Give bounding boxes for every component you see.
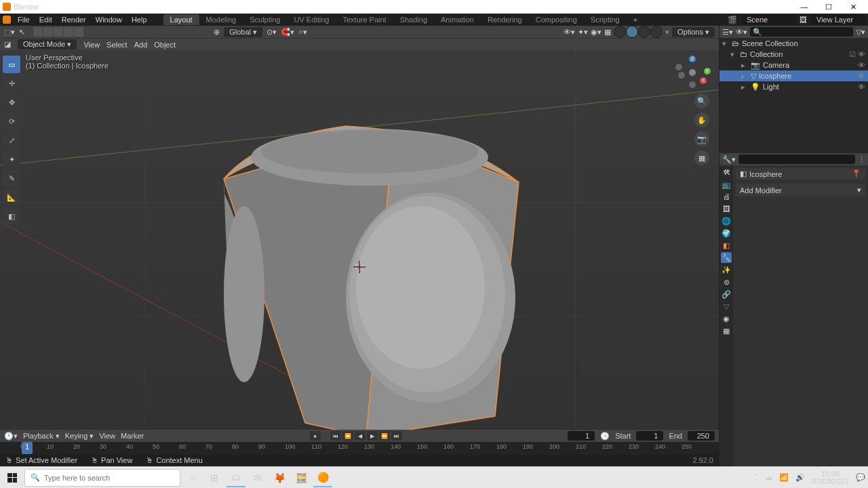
close-button[interactable]: ✕ [841, 3, 865, 12]
pan-icon[interactable]: ✋ [694, 113, 709, 127]
gizmo-x-axis[interactable]: X [700, 77, 707, 84]
jump-end-icon[interactable]: ⏭ [391, 431, 402, 441]
tool-add-cube[interactable]: ◧ [3, 207, 20, 225]
ptab-render[interactable]: 📺 [721, 179, 732, 190]
menu-object[interactable]: Object [154, 41, 176, 49]
ptab-world[interactable]: 🌍 [721, 228, 732, 239]
taskbar-blender-icon[interactable]: 🟠 [313, 468, 332, 487]
snap-element-icon[interactable] [33, 27, 43, 37]
taskbar-calculator-icon[interactable]: 🧮 [292, 468, 311, 487]
menu-help[interactable]: Help [127, 16, 151, 24]
shading-material[interactable] [638, 26, 650, 38]
tray-wifi-icon[interactable]: 📶 [779, 473, 789, 482]
timeline-view-menu[interactable]: View [99, 432, 115, 440]
shading-options[interactable]: ▾ [665, 28, 669, 37]
tab-layout[interactable]: Layout [163, 14, 199, 25]
taskbar-search[interactable]: 🔍 Type here to search [24, 469, 180, 487]
play-icon[interactable]: ▶ [367, 431, 378, 441]
transform-orientation[interactable]: Global ▾ [224, 27, 262, 37]
menu-file[interactable]: File [14, 16, 34, 24]
properties-editor-icon[interactable]: 🔧▾ [722, 155, 736, 164]
outliner-search[interactable]: 🔍 [750, 27, 853, 37]
overlays-icon[interactable]: ◉▾ [591, 28, 601, 37]
tool-rotate[interactable]: ⟳ [3, 113, 20, 130]
ptab-mesh[interactable]: ▽ [721, 301, 732, 312]
xray-icon[interactable]: ▦ [604, 28, 611, 37]
ptab-object[interactable]: ◧ [721, 240, 732, 251]
autokey-icon[interactable]: ● [310, 431, 321, 441]
shading-rendered[interactable] [650, 26, 663, 38]
snap-element-icon[interactable] [54, 27, 63, 37]
interaction-mode[interactable]: Object Mode ▾ [18, 39, 77, 49]
outliner-display-icon[interactable]: 👁▾ [736, 28, 747, 37]
ptab-material[interactable]: ◉ [721, 313, 732, 324]
pivot-icon[interactable]: ⊙▾ [267, 28, 277, 37]
tray-onedrive-icon[interactable]: ☁ [765, 473, 772, 482]
tool-transform[interactable]: ✦ [3, 150, 20, 168]
outliner-item-icosphere[interactable]: ▸▽Icosphere👁 [719, 70, 868, 81]
tab-shading[interactable]: Shading [393, 14, 434, 25]
outliner-editor-icon[interactable]: ☰▾ [722, 28, 733, 37]
properties-options-icon[interactable]: ⋮ [858, 155, 865, 164]
minimize-button[interactable]: — [792, 3, 816, 12]
perspective-toggle-icon[interactable]: ▦ [694, 150, 709, 165]
tab-animation[interactable]: Animation [434, 14, 481, 25]
camera-view-icon[interactable]: 📷 [694, 131, 709, 146]
snap-icon[interactable]: 🧲▾ [281, 28, 294, 37]
jump-start-icon[interactable]: ⏮ [330, 431, 341, 441]
taskbar-mail-icon[interactable]: ✉ [248, 468, 267, 487]
gizmo-icon[interactable]: ✦▾ [578, 28, 588, 37]
add-modifier-dropdown[interactable]: Add Modifier▾ [736, 184, 865, 197]
viewlayer-selector[interactable]: View Layer [811, 15, 865, 24]
keyframe-next-icon[interactable]: ⏩ [379, 431, 390, 441]
tray-chevron-icon[interactable]: ˄ [754, 473, 758, 482]
menu-add[interactable]: Add [134, 41, 148, 49]
tab-compositing[interactable]: Compositing [529, 14, 584, 25]
outliner-filter-icon[interactable]: ▽▾ [856, 28, 865, 37]
start-frame-field[interactable]: 1 [636, 431, 663, 441]
tab-add-workspace[interactable]: + [627, 14, 644, 25]
tool-scale[interactable]: ⤢ [3, 131, 20, 149]
ptab-texture[interactable]: ▦ [721, 325, 732, 336]
menu-render[interactable]: Render [58, 16, 90, 24]
taskbar-clock[interactable]: 15:08 07/03/2021 [812, 470, 849, 485]
snap-element-icon[interactable] [43, 27, 53, 37]
properties-search[interactable] [738, 155, 855, 164]
ptab-physics[interactable]: ⊚ [721, 277, 732, 287]
outliner-scene-collection[interactable]: ▾🗁Scene Collection [719, 38, 868, 49]
keyframe-prev-icon[interactable]: ⏪ [342, 431, 353, 441]
tab-scripting[interactable]: Scripting [584, 14, 627, 25]
end-frame-field[interactable]: 250 [688, 431, 715, 441]
editor-type-icon[interactable]: ⬚▾ [4, 28, 15, 37]
navigation-gizmo[interactable]: X Y Z [675, 56, 709, 89]
taskbar-firefox-icon[interactable]: 🦊 [270, 468, 289, 487]
tab-modeling[interactable]: Modeling [199, 14, 243, 25]
timeline-track[interactable]: 1 01020304050607080901001101201301401501… [0, 442, 719, 454]
ptab-scene[interactable]: 🌐 [721, 216, 732, 226]
pin-icon[interactable]: 📍 [852, 169, 861, 178]
ptab-particles[interactable]: ✨ [721, 264, 732, 275]
ptab-viewlayer[interactable]: 🖼 [721, 203, 732, 214]
shading-solid[interactable] [626, 26, 638, 38]
tray-volume-icon[interactable]: 🔊 [795, 473, 805, 482]
outliner-collection[interactable]: ▾🗀Collection ☑ 👁 [719, 49, 868, 60]
outliner-item-camera[interactable]: ▸📷Camera👁 [719, 60, 868, 70]
current-frame-field[interactable]: 1 [568, 431, 595, 441]
tool-cursor[interactable]: ✛ [3, 75, 20, 92]
task-view-icon[interactable]: ⊞ [205, 468, 224, 487]
taskbar-explorer-icon[interactable]: 🗂 [226, 468, 245, 487]
menu-window[interactable]: Window [92, 16, 126, 24]
tool-annotate[interactable]: ✎ [3, 169, 20, 187]
scene-selector[interactable]: Scene [741, 15, 795, 24]
notifications-icon[interactable]: 💬 [856, 473, 865, 482]
3d-viewport[interactable]: User Perspective (1) Collection | Icosph… [0, 50, 719, 430]
tool-select-box[interactable]: ▭ [3, 56, 20, 73]
proportional-icon[interactable]: ○▾ [298, 28, 307, 37]
outliner-item-light[interactable]: ▸💡Light👁 [719, 81, 868, 92]
timeline-keying-menu[interactable]: Keying ▾ [65, 432, 94, 441]
zoom-icon[interactable]: 🔍 [694, 94, 709, 108]
cursor-tool-icon[interactable]: ↖ [19, 28, 25, 37]
snap-element-icon[interactable] [74, 27, 83, 37]
ptab-modifiers[interactable]: 🔧 [721, 252, 732, 263]
ptab-constraints[interactable]: 🔗 [721, 289, 732, 300]
